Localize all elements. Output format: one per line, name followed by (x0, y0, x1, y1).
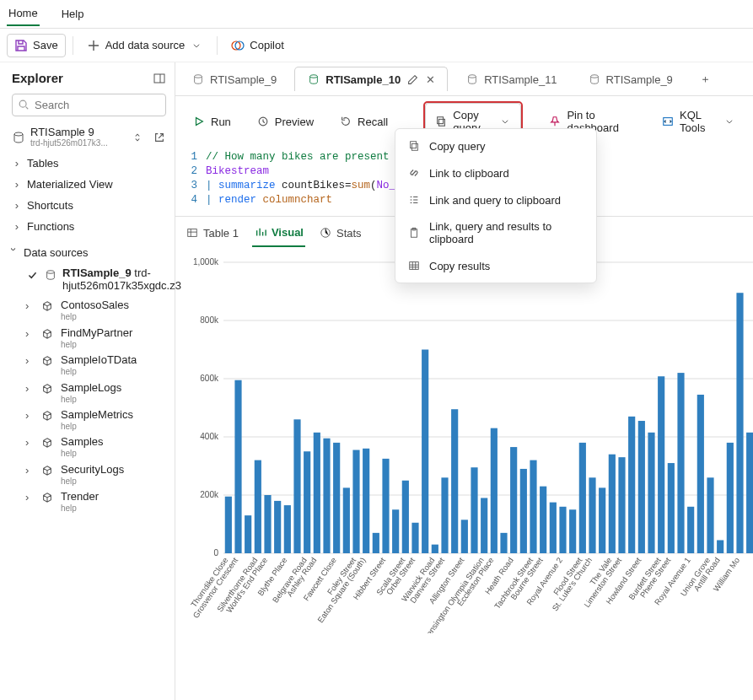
svg-rect-38 (255, 460, 261, 553)
svg-rect-83 (697, 395, 704, 553)
preview-button[interactable]: Preview (248, 110, 322, 133)
link-clipboard-item[interactable]: Link to clipboard (395, 159, 596, 186)
cluster-icon (40, 354, 54, 368)
search-icon (17, 98, 30, 111)
results-tab-table[interactable]: Table 1 (184, 223, 240, 246)
save-icon (14, 39, 28, 52)
svg-rect-65 (520, 469, 527, 553)
ds-item[interactable]: › SampleLogshelp (0, 380, 175, 407)
svg-rect-67 (540, 487, 546, 553)
svg-rect-78 (648, 433, 654, 553)
svg-rect-81 (677, 373, 684, 553)
tree-tables[interactable]: ›Tables (0, 153, 175, 174)
cluster-icon (40, 327, 54, 341)
svg-rect-62 (491, 428, 498, 553)
svg-rect-66 (530, 460, 536, 553)
results-tab-visual[interactable]: Visual (252, 222, 305, 247)
link-query-results-item[interactable]: Link, query and results to clipboard (395, 213, 596, 252)
svg-rect-21 (188, 229, 197, 237)
svg-point-11 (590, 75, 598, 78)
svg-rect-73 (599, 487, 605, 553)
chevron-down-icon (190, 39, 203, 52)
line-gutter: 1234 (175, 150, 206, 207)
recall-button[interactable]: Recall (331, 110, 396, 133)
table-icon (407, 259, 421, 272)
query-icon (465, 73, 479, 86)
menu-home[interactable]: Home (7, 2, 40, 26)
results-tab-stats[interactable]: Stats (317, 223, 363, 246)
svg-rect-41 (284, 505, 291, 553)
save-button[interactable]: Save (7, 34, 66, 57)
database-icon (12, 131, 25, 144)
svg-rect-48 (352, 450, 359, 553)
ds-item[interactable]: › ContosoSaleshelp (0, 297, 175, 324)
query-icon (588, 73, 601, 86)
tree-functions[interactable]: ›Functions (0, 216, 175, 237)
tree-materialized-view[interactable]: ›Materialized View (0, 174, 175, 195)
ds-selected[interactable]: RTISample_9 trd-hjut526m017k35xgdc.z3 (0, 263, 175, 297)
ds-item[interactable]: › SampleIoTDatahelp (0, 352, 175, 379)
copilot-icon (231, 39, 245, 52)
copilot-label: Copilot (250, 39, 283, 51)
svg-text:200k: 200k (200, 490, 219, 499)
ds-item[interactable]: › Trenderhelp (0, 488, 175, 515)
cluster-icon (40, 382, 54, 396)
svg-point-9 (310, 75, 318, 78)
svg-rect-44 (314, 433, 320, 553)
close-tab-icon[interactable]: ✕ (426, 73, 435, 86)
tree-data-sources[interactable]: › Data sources (0, 242, 175, 263)
tab-rtisample-9b[interactable]: RTISample_9 (575, 67, 686, 91)
add-tab-button[interactable]: ＋ (691, 66, 720, 92)
svg-rect-69 (559, 507, 566, 553)
svg-rect-46 (333, 443, 340, 553)
edit-icon[interactable] (406, 73, 419, 86)
svg-rect-53 (402, 481, 409, 553)
tab-rtisample-9[interactable]: RTISample_9 (179, 67, 289, 91)
copy-icon (407, 139, 421, 153)
svg-rect-87 (736, 293, 743, 553)
menu-help[interactable]: Help (60, 3, 86, 25)
save-label: Save (33, 39, 58, 51)
tools-icon (661, 115, 675, 128)
copilot-button[interactable]: Copilot (224, 35, 290, 57)
copy-query-item[interactable]: Copy query (395, 132, 596, 159)
panel-collapse-icon[interactable] (153, 72, 166, 85)
svg-rect-84 (707, 477, 713, 553)
link-icon (407, 166, 421, 180)
ds-item[interactable]: › Sampleshelp (0, 433, 175, 460)
svg-rect-64 (510, 447, 517, 553)
svg-rect-55 (422, 350, 428, 554)
svg-rect-82 (687, 507, 694, 553)
svg-rect-59 (461, 520, 468, 553)
cluster-icon (40, 299, 54, 313)
run-button[interactable]: Run (184, 110, 239, 133)
link-query-clipboard-item[interactable]: Link and query to clipboard (395, 186, 596, 213)
tab-rtisample-11[interactable]: RTISample_11 (453, 67, 569, 91)
svg-point-7 (47, 271, 55, 274)
plus-icon: ＋ (700, 72, 711, 87)
ds-selected-name: RTISample_9 (62, 267, 132, 279)
svg-rect-74 (609, 455, 616, 553)
add-data-source-button[interactable]: Add data source (80, 35, 211, 57)
svg-point-8 (195, 75, 202, 78)
kql-tools-button[interactable]: KQL Tools (653, 104, 745, 139)
copy-icon (434, 115, 448, 128)
ds-item[interactable]: › FindMyPartnerhelp (0, 325, 175, 352)
tab-rtisample-10[interactable]: RTISample_10 ✕ (294, 67, 448, 91)
svg-rect-39 (264, 495, 271, 553)
popout-icon[interactable] (153, 131, 166, 144)
svg-rect-77 (638, 421, 645, 553)
copy-results-item[interactable]: Copy results (395, 252, 596, 279)
explorer-search-input[interactable] (12, 94, 166, 116)
tree-shortcuts[interactable]: ›Shortcuts (0, 195, 175, 216)
db-sub: trd-hjut526m017k3... (30, 138, 126, 148)
plus-icon (87, 39, 100, 52)
pin-icon (548, 115, 562, 128)
check-icon (25, 268, 39, 282)
ds-item[interactable]: › SecurityLogshelp (0, 461, 175, 488)
cluster-icon (40, 491, 54, 504)
svg-text:800k: 800k (200, 315, 219, 325)
updown-icon[interactable] (131, 131, 144, 144)
svg-rect-71 (579, 443, 586, 553)
ds-item[interactable]: › SampleMetricshelp (0, 407, 175, 433)
